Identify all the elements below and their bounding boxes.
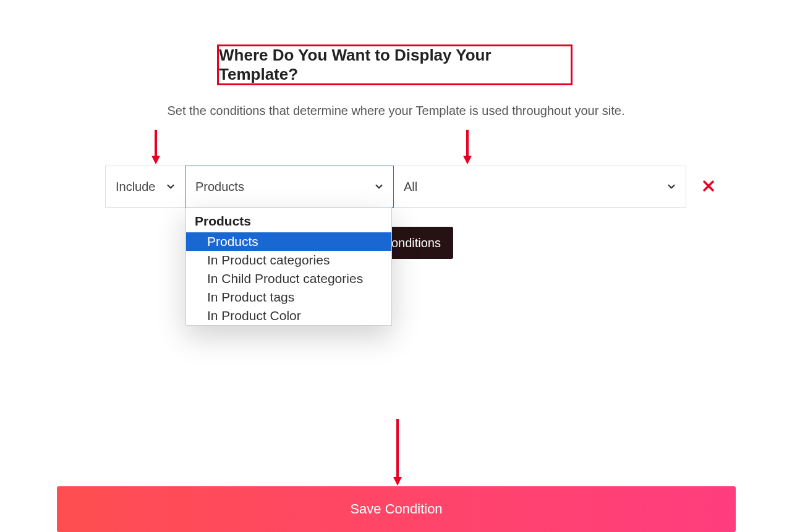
- annotation-arrow-icon: [393, 419, 402, 487]
- remove-condition-button[interactable]: [701, 179, 716, 193]
- heading-highlight-box: Where Do You Want to Display Your Templa…: [217, 44, 573, 85]
- include-select[interactable]: Include: [106, 166, 185, 207]
- save-button-label: Save Condition: [350, 501, 442, 517]
- chevron-down-icon: [666, 181, 677, 192]
- type-dropdown: Products ProductsIn Product categoriesIn…: [185, 207, 392, 326]
- include-select-label: Include: [116, 180, 156, 194]
- chevron-down-icon: [373, 181, 385, 192]
- dropdown-group-header: Products: [186, 208, 391, 232]
- target-select[interactable]: All: [394, 166, 686, 207]
- dropdown-item[interactable]: In Product tags: [186, 288, 391, 306]
- page-title: Where Do You Want to Display Your Templa…: [219, 46, 571, 84]
- type-select[interactable]: Products: [185, 166, 394, 208]
- dropdown-item[interactable]: In Product Color: [186, 306, 391, 325]
- dropdown-item[interactable]: In Child Product categories: [186, 269, 391, 288]
- dropdown-item[interactable]: In Product categories: [186, 251, 391, 269]
- close-icon: [701, 185, 716, 195]
- page-subtitle: Set the conditions that determine where …: [0, 104, 792, 118]
- chevron-down-icon: [165, 181, 176, 192]
- dropdown-item[interactable]: Products: [186, 232, 391, 251]
- save-condition-button[interactable]: Save Condition: [57, 486, 736, 532]
- add-conditions-label: onditions: [391, 236, 441, 250]
- type-select-label: Products: [195, 180, 244, 194]
- target-select-label: All: [404, 180, 417, 194]
- annotation-arrow-icon: [463, 130, 472, 166]
- annotation-arrow-icon: [151, 130, 160, 166]
- condition-row: Include Products All: [105, 166, 686, 208]
